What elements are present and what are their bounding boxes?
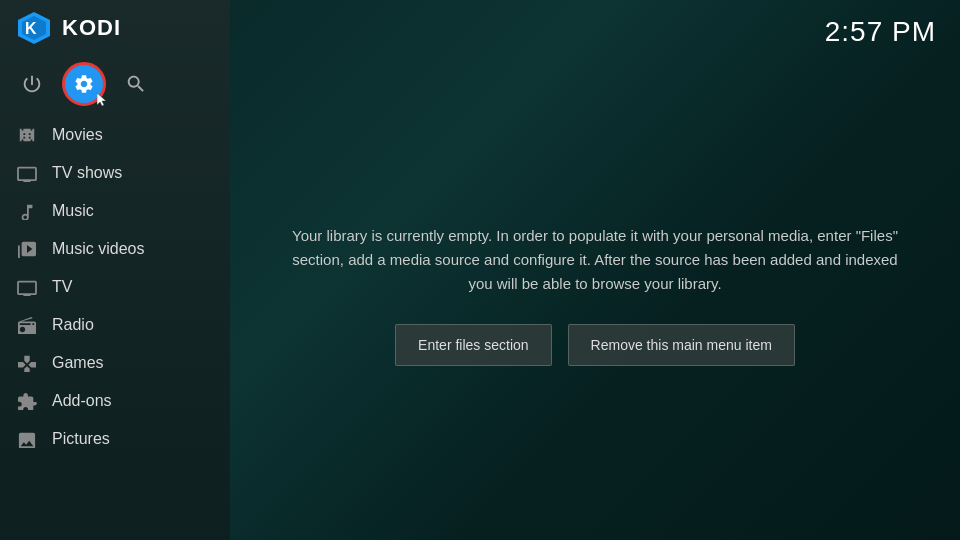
sidebar: K KODI [0, 0, 230, 540]
sidebar-item-pictures[interactable]: Pictures [0, 420, 230, 458]
radio-label: Radio [52, 316, 94, 334]
top-bar: 2:57 PM [230, 0, 960, 50]
tv-shows-label: TV shows [52, 164, 122, 182]
sidebar-item-tv-shows[interactable]: TV shows [0, 154, 230, 192]
radio-icon [16, 316, 38, 334]
sidebar-item-movies[interactable]: Movies [0, 116, 230, 154]
sidebar-header: K KODI [0, 0, 230, 56]
enter-files-button[interactable]: Enter files section [395, 324, 552, 366]
sidebar-item-addons[interactable]: Add-ons [0, 382, 230, 420]
sidebar-item-tv[interactable]: TV [0, 268, 230, 306]
cursor-indicator [97, 93, 107, 107]
tv-shows-icon [16, 164, 38, 182]
app-title: KODI [62, 15, 121, 41]
games-icon [16, 354, 38, 372]
addons-icon [16, 392, 38, 410]
pictures-icon [16, 430, 38, 448]
search-icon [125, 73, 147, 95]
power-button[interactable] [10, 62, 54, 106]
games-label: Games [52, 354, 104, 372]
library-empty-message: Your library is currently empty. In orde… [290, 224, 900, 296]
search-button[interactable] [114, 62, 158, 106]
music-videos-icon [16, 240, 38, 258]
remove-menu-item-button[interactable]: Remove this main menu item [568, 324, 795, 366]
sidebar-item-music[interactable]: Music [0, 192, 230, 230]
music-label: Music [52, 202, 94, 220]
kodi-logo-icon: K [16, 10, 52, 46]
sidebar-item-music-videos[interactable]: Music videos [0, 230, 230, 268]
music-icon [16, 202, 38, 220]
tv-icon [16, 278, 38, 296]
power-icon [21, 73, 43, 95]
music-videos-label: Music videos [52, 240, 144, 258]
main-content: 2:57 PM Your library is currently empty.… [230, 0, 960, 540]
action-buttons: Enter files section Remove this main men… [395, 324, 795, 366]
sidebar-icon-row [0, 56, 230, 116]
sidebar-item-radio[interactable]: Radio [0, 306, 230, 344]
nav-menu: Movies TV shows Music Music videos TV [0, 116, 230, 540]
settings-button[interactable] [62, 62, 106, 106]
movies-label: Movies [52, 126, 103, 144]
movies-icon [16, 126, 38, 144]
center-area: Your library is currently empty. In orde… [230, 50, 960, 540]
svg-marker-3 [97, 93, 106, 106]
svg-text:K: K [25, 20, 37, 37]
gear-icon [73, 73, 95, 95]
addons-label: Add-ons [52, 392, 112, 410]
time-display: 2:57 PM [825, 16, 936, 48]
pictures-label: Pictures [52, 430, 110, 448]
sidebar-item-games[interactable]: Games [0, 344, 230, 382]
tv-label: TV [52, 278, 72, 296]
